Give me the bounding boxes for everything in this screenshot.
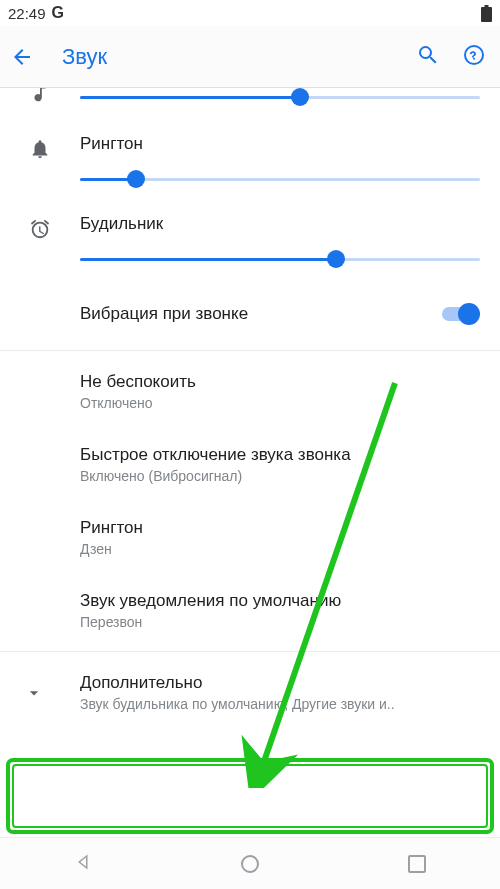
do-not-disturb-row[interactable]: Не беспокоить Отключено — [0, 355, 500, 428]
status-bar: 22:49 G — [0, 0, 500, 26]
chevron-down-icon — [24, 683, 44, 703]
bell-icon — [29, 138, 51, 160]
help-icon — [462, 43, 486, 67]
alarm-volume-slider[interactable] — [80, 250, 480, 270]
page-title: Звук — [62, 44, 416, 70]
ring-shortcut-row[interactable]: Быстрое отключение звука звонка Включено… — [0, 428, 500, 501]
nav-recents-icon — [408, 855, 426, 873]
notification-sound-sub: Перезвон — [80, 614, 480, 630]
ringtone-sub: Дзен — [80, 541, 480, 557]
ringtone-row[interactable]: Рингтон Дзен — [0, 501, 500, 574]
dnd-sub: Отключено — [80, 395, 480, 411]
search-icon — [416, 43, 440, 67]
nav-home-button[interactable] — [241, 855, 259, 873]
dnd-title: Не беспокоить — [80, 372, 480, 392]
ringtone-title: Рингтон — [80, 518, 480, 538]
search-button[interactable] — [416, 43, 440, 71]
vibrate-on-call-row[interactable]: Вибрация при звонке — [0, 282, 500, 346]
alarm-volume-label: Будильник — [80, 214, 480, 234]
ring-volume-slider[interactable] — [80, 170, 480, 190]
advanced-sub: Звук будильника по умолчанию, Другие зву… — [80, 696, 480, 712]
alarm-volume-row: Будильник — [0, 202, 500, 282]
status-time: 22:49 — [8, 5, 46, 22]
media-volume-row — [0, 88, 500, 122]
google-hint-icon: G — [52, 4, 64, 22]
ring-shortcut-title: Быстрое отключение звука звонка — [80, 445, 480, 465]
help-button[interactable] — [462, 43, 486, 71]
ring-volume-row: Рингтон — [0, 122, 500, 202]
settings-list: Рингтон Будильник Вибрация при звонке — [0, 88, 500, 837]
advanced-row[interactable]: Дополнительно Звук будильника по умолчан… — [0, 656, 500, 729]
ring-volume-label: Рингтон — [80, 134, 480, 154]
notification-sound-title: Звук уведомления по умолчанию — [80, 591, 480, 611]
music-note-icon — [29, 88, 51, 104]
annotation-highlight-box — [6, 758, 494, 834]
nav-back-icon — [74, 853, 92, 871]
back-button[interactable] — [10, 45, 62, 69]
media-volume-slider[interactable] — [80, 88, 480, 108]
divider — [0, 651, 500, 652]
nav-home-icon — [241, 855, 259, 873]
nav-recents-button[interactable] — [408, 855, 426, 873]
advanced-title: Дополнительно — [80, 673, 480, 693]
ring-shortcut-sub: Включено (Вибросигнал) — [80, 468, 480, 484]
divider — [0, 350, 500, 351]
navigation-bar — [0, 837, 500, 889]
battery-icon — [481, 5, 492, 22]
alarm-clock-icon — [29, 218, 51, 240]
vibrate-on-call-label: Вибрация при звонке — [80, 304, 438, 324]
nav-back-button[interactable] — [74, 853, 92, 875]
notification-sound-row[interactable]: Звук уведомления по умолчанию Перезвон — [0, 574, 500, 647]
vibrate-on-call-switch[interactable] — [438, 302, 480, 326]
app-bar: Звук — [0, 26, 500, 88]
back-arrow-icon — [10, 45, 34, 69]
